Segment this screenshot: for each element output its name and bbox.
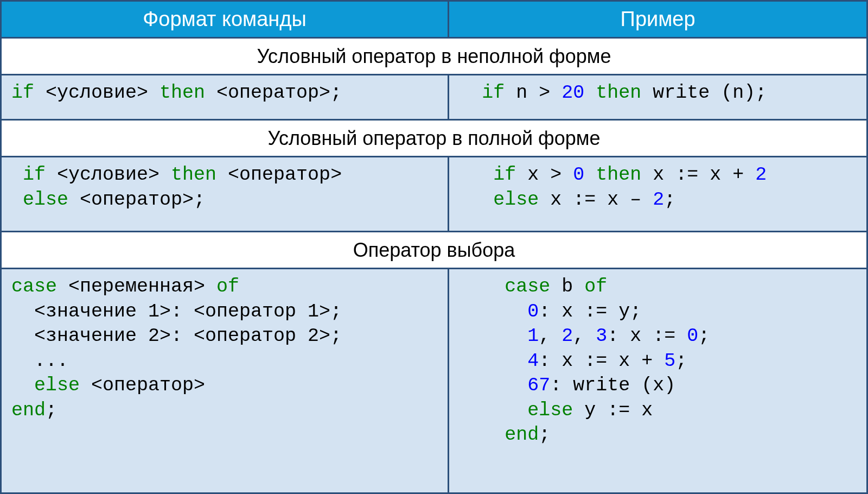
- section-title-1: Условный оператор в полной форме: [1, 120, 867, 157]
- operators-table: Формат команды Пример Условный оператор …: [0, 0, 868, 494]
- example-code-1: if x > 0 then x := x + 2 else x := x – 2…: [449, 157, 867, 232]
- example-code-0: if n > 20 then write (n);: [449, 75, 867, 120]
- column-header-example: Пример: [449, 1, 867, 38]
- format-code-2: case <переменная> of <значение 1>: <опер…: [1, 269, 449, 493]
- example-code-2: case b of 0: x := y; 1, 2, 3: x := 0; 4:…: [449, 269, 867, 493]
- section-title-0: Условный оператор в неполной форме: [1, 38, 867, 75]
- column-header-format: Формат команды: [1, 1, 449, 38]
- section-title-2: Оператор выбора: [1, 232, 867, 269]
- format-code-1: if <условие> then <оператор> else <опера…: [1, 157, 449, 232]
- format-code-0: if <условие> then <оператор>;: [1, 75, 449, 120]
